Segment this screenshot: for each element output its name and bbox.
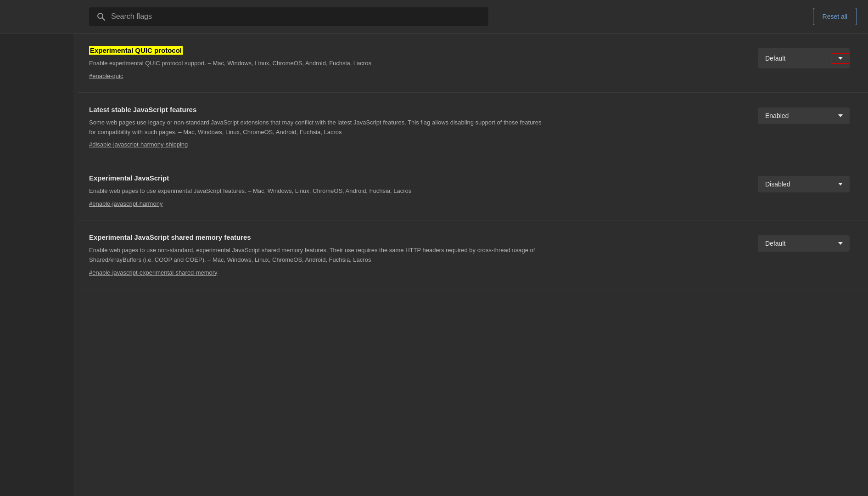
flag-title: Latest stable JavaScript features <box>89 106 548 113</box>
flag-description: Some web pages use legacy or non-standar… <box>89 118 548 137</box>
flag-description: Enable web pages to use experimental Jav… <box>89 186 548 196</box>
flag-dropdown[interactable]: Default <box>758 48 850 68</box>
flag-item: Latest stable JavaScript features Some w… <box>78 93 868 162</box>
dropdown-arrow <box>831 242 850 245</box>
chevron-down-icon <box>838 57 843 60</box>
chevron-down-icon <box>838 183 843 186</box>
flag-dropdown[interactable]: Default <box>758 235 850 252</box>
flag-item: Experimental JavaScript shared memory fe… <box>78 220 868 289</box>
chevron-down-icon <box>838 242 843 245</box>
flag-info: Experimental JavaScript Enable web pages… <box>89 174 548 207</box>
dropdown-label: Enabled <box>758 112 789 119</box>
content-area: Experimental QUIC protocol Enable experi… <box>0 34 868 496</box>
flag-info: Latest stable JavaScript features Some w… <box>89 106 548 148</box>
flag-item: Experimental QUIC protocol Enable experi… <box>78 34 868 93</box>
search-input[interactable] <box>111 12 481 21</box>
flag-control: Disabled <box>758 174 850 192</box>
flag-control: Default <box>758 233 850 252</box>
flag-link[interactable]: #disable-javascript-harmony-shipping <box>89 141 188 148</box>
reset-all-button[interactable]: Reset all <box>813 8 857 25</box>
flag-info: Experimental QUIC protocol Enable experi… <box>89 46 548 79</box>
flag-item: Experimental JavaScript Enable web pages… <box>78 161 868 220</box>
flag-title: Experimental JavaScript shared memory fe… <box>89 233 548 241</box>
dropdown-label: Disabled <box>758 180 790 188</box>
flag-dropdown[interactable]: Enabled <box>758 107 850 124</box>
flag-link[interactable]: #enable-javascript-harmony <box>89 200 162 207</box>
search-icon <box>96 12 106 21</box>
flag-link[interactable]: #enable-javascript-experimental-shared-m… <box>89 269 218 276</box>
chevron-down-icon <box>838 114 843 117</box>
sidebar <box>0 0 73 496</box>
dropdown-label: Default <box>758 240 785 247</box>
header-bar: Reset all <box>0 0 868 34</box>
flag-info: Experimental JavaScript shared memory fe… <box>89 233 548 276</box>
flag-link[interactable]: #enable-quic <box>89 73 123 79</box>
flag-title: Experimental JavaScript <box>89 174 548 182</box>
dropdown-label: Default <box>758 55 785 62</box>
flag-description: Enable web pages to use non-standard, ex… <box>89 246 548 265</box>
svg-line-1 <box>102 18 105 21</box>
dropdown-arrow <box>831 114 850 117</box>
flag-description: Enable experimental QUIC protocol suppor… <box>89 59 548 68</box>
search-container <box>89 7 488 26</box>
dropdown-arrow <box>831 53 850 64</box>
flag-title: Experimental QUIC protocol <box>89 46 548 54</box>
dropdown-arrow <box>831 183 850 186</box>
flag-dropdown[interactable]: Disabled <box>758 176 850 192</box>
flag-control: Enabled <box>758 106 850 124</box>
flag-control: Default <box>758 46 850 68</box>
